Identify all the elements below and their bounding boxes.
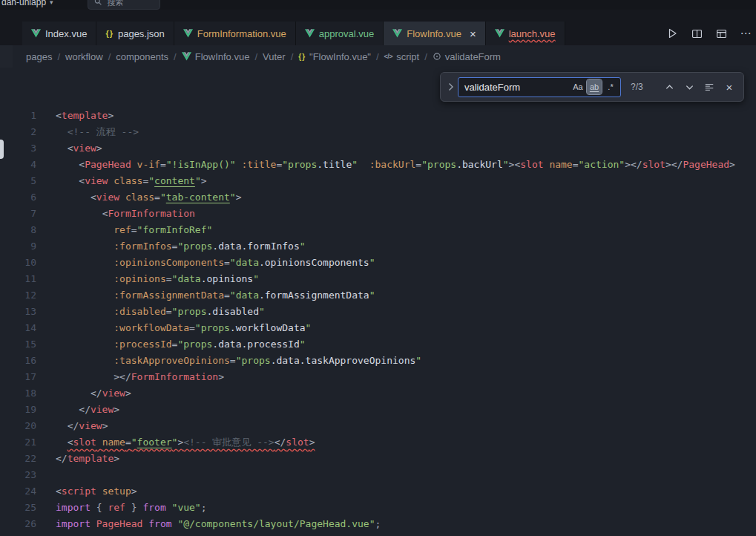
tab-label: pages.json: [118, 28, 165, 39]
toggle-replace-chevron-icon[interactable]: [444, 78, 456, 96]
line-number: 2: [0, 124, 36, 140]
line-content: </view>: [36, 418, 108, 434]
tab-FlowInfo.vue[interactable]: FlowInfo.vue×: [384, 22, 485, 45]
find-widget: Aa ab .* ?/3 ×: [440, 72, 744, 102]
breadcrumb-label: workflow: [65, 51, 103, 62]
breadcrumb-separator: /: [174, 51, 177, 62]
line-content: <script setup>: [36, 483, 137, 500]
tab-FormInformation.vue[interactable]: FormInformation.vue: [174, 22, 296, 45]
line-content: <!-- 流程 -->: [36, 124, 139, 140]
code-line[interactable]: 20 </view>: [0, 418, 756, 434]
close-find-button[interactable]: ×: [721, 79, 737, 95]
titlebar-search-label: 搜索: [108, 0, 124, 8]
line-content: [36, 467, 56, 483]
braces-icon: {}: [298, 53, 306, 61]
line-number: 26: [0, 516, 36, 532]
code-line[interactable]: 5 <view class="content">: [0, 173, 756, 189]
line-number: 21: [0, 434, 36, 451]
titlebar-search[interactable]: 搜索: [88, 0, 160, 10]
search-icon: [94, 0, 102, 7]
code-line[interactable]: 7 <FormInformation: [0, 206, 756, 222]
code-line[interactable]: 16 :taskApproveOpinions="props.data.task…: [0, 353, 756, 369]
line-content: <view>: [36, 140, 102, 157]
vue-file-icon: [31, 29, 41, 38]
breadcrumb-item[interactable]: validateForm: [433, 51, 501, 62]
line-number: 5: [0, 173, 36, 189]
line-content: </view>: [36, 402, 119, 418]
tab-list: Index.vue{}pages.jsonFormInformation.vue…: [22, 22, 565, 45]
code-line[interactable]: 11 :opinions="data.opinions": [0, 271, 756, 287]
code-line[interactable]: 17 ></FormInformation>: [0, 369, 756, 385]
breadcrumb-separator: /: [376, 51, 379, 62]
tab-approval.vue[interactable]: approval.vue: [296, 22, 384, 45]
tab-launch.vue[interactable]: launch.vue: [486, 22, 565, 45]
line-content: :processId="props.data.processId": [36, 336, 306, 353]
line-number: 4: [0, 157, 36, 173]
code-line[interactable]: 23: [0, 467, 756, 483]
find-options: Aa ab .*: [571, 79, 618, 94]
find-match-count: ?/3: [631, 82, 643, 92]
tab-pages.json[interactable]: {}pages.json: [96, 22, 174, 45]
line-number: 12: [0, 287, 36, 304]
breadcrumb-item[interactable]: </>script: [384, 51, 420, 62]
code-area[interactable]: 1<template>2 <!-- 流程 -->3 <view>4 <PageH…: [0, 68, 756, 536]
project-menu[interactable]: dan-uniapp ▾: [1, 0, 53, 7]
tab-Index.vue[interactable]: Index.vue: [22, 22, 96, 45]
code-line[interactable]: 10 :opinionsComponents="data.opinionsCom…: [0, 255, 756, 271]
code-line[interactable]: 24<script setup>: [0, 483, 756, 500]
code-line[interactable]: 8 ref="formInfoRef": [0, 222, 756, 238]
code-line[interactable]: 1<template>: [0, 108, 756, 124]
code-line[interactable]: 18 </view>: [0, 385, 756, 402]
line-number: 15: [0, 336, 36, 353]
line-number: 7: [0, 206, 36, 222]
previous-match-button[interactable]: [661, 79, 677, 95]
line-content: :formAssignmentData="data.formAssignment…: [36, 287, 375, 304]
code-line[interactable]: 2 <!-- 流程 -->: [0, 124, 756, 140]
whole-word-button[interactable]: ab: [587, 79, 602, 94]
find-in-selection-button[interactable]: [701, 79, 717, 95]
regex-button[interactable]: .*: [603, 79, 618, 94]
layout-button[interactable]: [712, 24, 730, 42]
find-input-wrap: Aa ab .*: [458, 77, 621, 97]
breadcrumb-label: components: [116, 51, 168, 62]
line-content: import { ref } from "vue";: [36, 500, 207, 516]
breadcrumb: pages/workflow/components/FlowInfo.vue/V…: [0, 45, 756, 68]
code-line[interactable]: 19 </view>: [0, 402, 756, 418]
tab-label: FormInformation.vue: [197, 28, 286, 39]
split-editor-button[interactable]: [688, 24, 706, 42]
code-line[interactable]: 13 :disabled="props.disabled": [0, 304, 756, 320]
code-line[interactable]: 3 <view>: [0, 140, 756, 157]
panel-drag-handle[interactable]: [0, 140, 4, 159]
run-button[interactable]: [663, 24, 681, 42]
line-number: 8: [0, 222, 36, 238]
more-actions-button[interactable]: ⋯: [737, 24, 755, 42]
code-editor: Aa ab .* ?/3 × 1<template>2 <!-- 流程 -->3…: [0, 68, 756, 536]
next-match-button[interactable]: [681, 79, 697, 95]
code-line[interactable]: 26import PageHead from "@/components/lay…: [0, 516, 756, 532]
tab-label: Index.vue: [45, 28, 87, 39]
project-name: dan-uniapp: [1, 0, 46, 7]
match-case-button[interactable]: Aa: [571, 79, 585, 94]
code-line[interactable]: 25import { ref } from "vue";: [0, 500, 756, 516]
line-number: 10: [0, 255, 36, 271]
breadcrumb-item[interactable]: workflow: [65, 51, 103, 62]
code-line[interactable]: 9 :formInfos="props.data.formInfos": [0, 238, 756, 255]
code-line[interactable]: 4 <PageHead v-if="!isInApp()" :title="pr…: [0, 157, 756, 173]
code-line[interactable]: 12 :formAssignmentData="data.formAssignm…: [0, 287, 756, 304]
line-content: <view class="tab-content">: [36, 189, 241, 206]
code-line[interactable]: 22</template>: [0, 451, 756, 467]
breadcrumb-label: validateForm: [445, 51, 501, 62]
vue-file-icon: [305, 29, 315, 38]
code-line[interactable]: 21 <slot name="footer"><!-- 审批意见 --></sl…: [0, 434, 756, 451]
breadcrumb-item[interactable]: FlowInfo.vue: [182, 51, 250, 62]
close-tab-icon[interactable]: ×: [470, 28, 476, 39]
breadcrumb-item[interactable]: pages: [26, 51, 52, 62]
code-line[interactable]: 6 <view class="tab-content">: [0, 189, 756, 206]
breadcrumb-separator: /: [291, 51, 294, 62]
breadcrumb-item[interactable]: components: [116, 51, 168, 62]
code-line[interactable]: 14 :workflowData="props.workflowData": [0, 320, 756, 336]
code-line[interactable]: 15 :processId="props.data.processId": [0, 336, 756, 353]
breadcrumb-item[interactable]: {}"FlowInfo.vue": [298, 51, 371, 62]
breadcrumb-item[interactable]: Vuter: [263, 51, 286, 62]
line-content: :taskApproveOpinions="props.data.taskApp…: [36, 353, 421, 369]
